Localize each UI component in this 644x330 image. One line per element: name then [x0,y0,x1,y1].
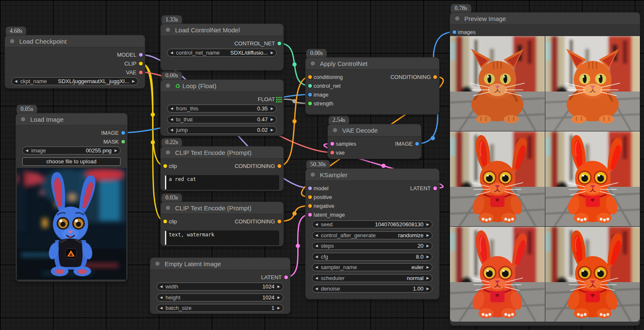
widget-increment-icon[interactable]: ▶ [424,223,432,226]
input-port-latent_image[interactable] [308,213,312,217]
output-port-MODEL[interactable] [139,53,143,57]
node-vae-decode[interactable]: VAE DecodesamplesvaeIMAGE [328,124,421,159]
node-ksampler[interactable]: KSamplermodelpositivenegativelatent_imag… [306,169,439,299]
widget-to_that[interactable]: ◀to_that0.47▶ [167,115,277,123]
output-port-IMAGE[interactable] [121,131,125,135]
output-port-CONTROL_NET[interactable] [277,42,281,45]
choose-file-button[interactable]: choose file to upload [22,157,120,166]
widget-decrement-icon[interactable]: ◀ [312,287,321,291]
node-clip-negative[interactable]: CLIP Text Encode (Prompt)clipCONDITIONIN… [161,202,283,246]
collapse-dot[interactable] [166,28,170,32]
widget-decrement-icon[interactable]: ◀ [312,255,321,259]
widget-seed[interactable]: ◀seed1040706520608130▶ [312,220,432,228]
input-port-model[interactable] [308,186,312,190]
widget-decrement-icon[interactable]: ◀ [312,223,321,226]
widget-decrement-icon[interactable]: ◀ [312,265,321,269]
widget-control_after_generate[interactable]: ◀control_after_generaterandomize▶ [312,231,432,239]
widget-cfg[interactable]: ◀cfg8.0▶ [312,253,432,261]
output-port-CONDITIONING[interactable] [433,75,437,79]
widget-increment-icon[interactable]: ▶ [268,107,276,110]
input-port-strength[interactable] [308,102,312,105]
input-port-positive[interactable] [308,195,312,199]
input-port-vae[interactable] [330,151,334,155]
widget-increment-icon[interactable]: ▶ [275,296,283,299]
node-header[interactable]: Load ControlNet Model [161,24,283,36]
widget-image[interactable]: ◀image00255.png▶ [22,147,120,155]
widget-decrement-icon[interactable]: ◀ [168,51,176,55]
node-graph-canvas[interactable]: 4.68sLoad CheckpointMODELCLIPVAE◀ckpt_na… [0,0,644,330]
output-port-CONDITIONING[interactable] [277,164,281,168]
widget-batch_size[interactable]: ◀batch_size1▶ [157,304,283,312]
node-header[interactable]: CLIP Text Encode (Prompt) [161,147,283,159]
input-port-image[interactable] [308,93,312,97]
node-header[interactable]: KSampler [306,169,439,181]
widget-increment-icon[interactable]: ▶ [424,233,432,237]
node-loop-float[interactable]: ♻Loop (Float)FLOAT◀from_this0.35▶◀to_tha… [161,80,283,136]
widget-decrement-icon[interactable]: ◀ [157,306,165,310]
collapse-dot[interactable] [455,16,459,21]
widget-decrement-icon[interactable]: ◀ [23,149,31,152]
collapse-dot[interactable] [311,61,315,65]
widget-increment-icon[interactable]: ▶ [268,128,276,132]
widget-increment-icon[interactable]: ▶ [424,265,432,269]
widget-decrement-icon[interactable]: ◀ [168,118,176,121]
widget-increment-icon[interactable]: ▶ [424,255,432,259]
input-port-images[interactable] [453,30,456,34]
output-port-VAE[interactable] [139,71,143,74]
output-port-LATENT[interactable] [284,275,288,279]
collapse-dot[interactable] [333,128,337,132]
output-port-LATENT[interactable] [433,186,437,190]
node-empty-latent[interactable]: Empty Latent ImageLATENT◀width1024▶◀heig… [150,258,290,314]
input-port-control_net[interactable] [308,84,312,88]
collapse-dot[interactable] [155,262,160,266]
output-port-CONDITIONING[interactable] [277,220,281,223]
prompt-textarea[interactable]: a red cat [165,175,279,190]
widget-steps[interactable]: ◀steps20▶ [312,242,432,250]
widget-ckpt_name[interactable]: ◀ckpt_nameSDXL/juggernautXL_juggXI...▶ [11,77,138,85]
node-load-image[interactable]: Load ImageIMAGEMASK◀image00255.png▶choos… [16,113,127,281]
node-header[interactable]: Preview Image [450,13,640,25]
node-header[interactable]: CLIP Text Encode (Prompt) [161,202,283,214]
node-header[interactable]: VAE Decode [328,124,421,136]
widget-increment-icon[interactable]: ▶ [275,306,283,310]
node-header[interactable]: Empty Latent Image [150,258,290,270]
node-header[interactable]: Load Checkpoint [5,35,145,47]
widget-scheduler[interactable]: ◀schedulernormal▶ [312,274,432,282]
input-port-samples[interactable] [330,142,334,146]
widget-height[interactable]: ◀height1024▶ [157,293,283,301]
node-load-controlnet[interactable]: Load ControlNet ModelCONTROL_NET◀control… [161,24,283,70]
widget-increment-icon[interactable]: ▶ [268,51,276,55]
output-port-IMAGE[interactable] [415,142,419,146]
widget-decrement-icon[interactable]: ◀ [312,233,321,237]
widget-sampler_name[interactable]: ◀sampler_nameeuler▶ [312,263,432,271]
widget-denoise[interactable]: ◀denoise1.00▶ [312,285,432,293]
node-header[interactable]: Apply ControlNet [306,58,439,70]
node-load-checkpoint[interactable]: Load CheckpointMODELCLIPVAE◀ckpt_nameSDX… [5,35,145,88]
widget-decrement-icon[interactable]: ◀ [312,244,321,248]
widget-control_net_name[interactable]: ◀control_net_nameSDXL/diffusio...▶ [167,49,277,57]
node-header[interactable]: ♻Loop (Float) [161,80,283,92]
widget-decrement-icon[interactable]: ◀ [312,276,321,280]
float-grid-output-icon[interactable] [276,97,282,102]
widget-increment-icon[interactable]: ▶ [424,287,432,291]
collapse-dot[interactable] [311,173,315,177]
widget-increment-icon[interactable]: ▶ [424,244,432,248]
widget-decrement-icon[interactable]: ◀ [157,285,165,288]
widget-increment-icon[interactable]: ▶ [275,285,283,288]
collapse-dot[interactable] [166,206,170,210]
node-apply-controlnet[interactable]: Apply ControlNetconditioningcontrol_neti… [306,58,439,114]
input-port-clip[interactable] [163,220,167,223]
widget-increment-icon[interactable]: ▶ [268,118,276,121]
widget-jump[interactable]: ◀jump0.02▶ [167,126,277,134]
input-port-conditioning[interactable] [308,75,312,79]
input-port-clip[interactable] [163,164,167,168]
node-clip-positive[interactable]: CLIP Text Encode (Prompt)clipCONDITIONIN… [161,147,283,191]
node-preview-image[interactable]: Preview Imageimages [450,13,640,325]
node-header[interactable]: Load Image [16,113,127,126]
widget-width[interactable]: ◀width1024▶ [157,283,283,291]
widget-decrement-icon[interactable]: ◀ [12,79,20,83]
widget-increment-icon[interactable]: ▶ [112,149,120,152]
collapse-dot[interactable] [166,150,170,155]
prompt-textarea[interactable]: text, watermark [165,230,279,245]
widget-decrement-icon[interactable]: ◀ [168,107,176,110]
